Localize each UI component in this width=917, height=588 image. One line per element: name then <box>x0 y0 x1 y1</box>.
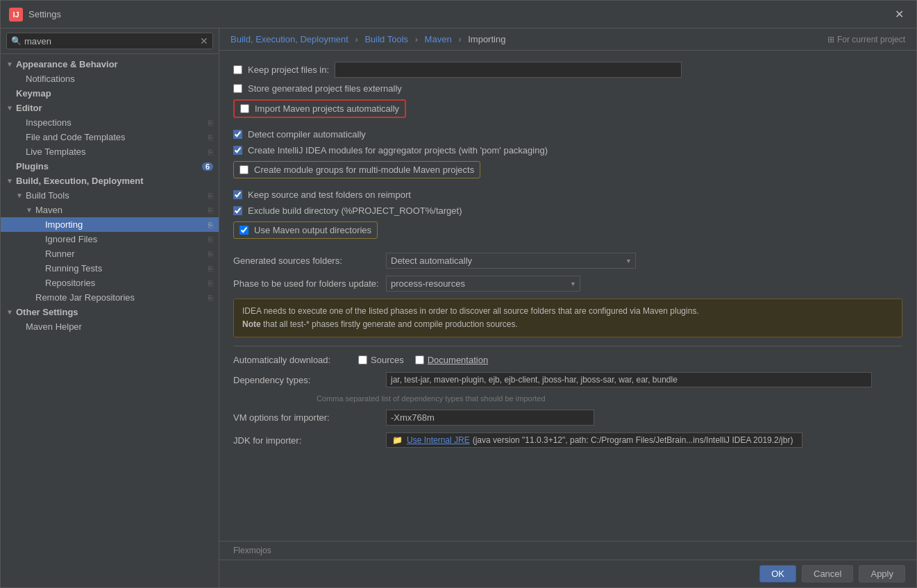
sidebar-item-maven[interactable]: ▼ Maven ⎘ <box>1 203 219 217</box>
breadcrumb-link-tools[interactable]: Build Tools <box>364 34 408 44</box>
copy-icon: ⎘ <box>208 235 213 244</box>
create-module-groups-container: Create module groups for multi-module Ma… <box>233 161 902 184</box>
arrow-icon: ▼ <box>6 104 16 112</box>
copy-icon: ⎘ <box>208 264 213 273</box>
for-current-project: ⊞ For current project <box>827 35 905 44</box>
flexmojos-bar: Flexmojos <box>219 541 916 560</box>
sidebar-item-inspections[interactable]: Inspections ⎘ <box>1 115 219 130</box>
vm-options-input[interactable] <box>386 410 594 426</box>
sidebar-item-label: Build, Execution, Deployment <box>16 176 213 186</box>
sidebar-item-other-settings[interactable]: ▼ Other Settings <box>1 305 219 319</box>
dependency-types-label: Dependency types: <box>233 375 386 385</box>
sidebar-item-remote-jar[interactable]: Remote Jar Repositories ⎘ <box>1 290 219 305</box>
sidebar-item-importing[interactable]: Importing ⎘ <box>1 217 219 232</box>
exclude-build-dir-row: Exclude build directory (%PROJECT_ROOT%/… <box>233 205 902 216</box>
breadcrumb-link-build[interactable]: Build, Execution, Deployment <box>230 34 348 44</box>
sidebar-item-label: Build Tools <box>26 190 205 201</box>
sidebar-item-maven-helper[interactable]: Maven Helper <box>1 319 219 334</box>
copy-icon: ⎘ <box>208 279 213 287</box>
copy-icon: ⎘ <box>208 221 213 229</box>
breadcrumb-text: Build, Execution, Deployment › Build Too… <box>230 34 505 44</box>
import-maven-auto-label: Import Maven projects automatically <box>255 103 399 114</box>
auto-download-row: Automatically download: Sources Document… <box>233 355 902 365</box>
sidebar-item-live-templates[interactable]: Live Templates ⎘ <box>1 144 219 159</box>
detect-compiler-row: Detect compiler automatically <box>233 129 902 140</box>
sidebar-item-build-exec[interactable]: ▼ Build, Execution, Deployment <box>1 174 219 188</box>
sidebar-item-notifications[interactable]: Notifications <box>1 72 219 86</box>
keep-source-folders-checkbox[interactable] <box>233 190 242 199</box>
sources-label: Sources <box>371 355 404 365</box>
jdk-value-display[interactable]: 📁 Use Internal JRE (java version "11.0.3… <box>386 432 802 448</box>
section-divider <box>233 346 902 346</box>
copy-icon: ⎘ <box>208 148 213 156</box>
generated-sources-label: Generated sources folders: <box>233 255 386 266</box>
sidebar-item-label: Keymap <box>16 88 213 99</box>
keep-project-files-checkbox[interactable] <box>233 65 242 74</box>
create-module-groups-checkbox[interactable] <box>239 165 249 174</box>
sidebar-item-appearance[interactable]: ▼ Appearance & Behavior <box>1 57 219 72</box>
sidebar-item-plugins[interactable]: Plugins 6 <box>1 159 219 174</box>
phase-select[interactable]: process-resources generate-sources initi… <box>386 276 580 292</box>
project-icon: ⊞ <box>827 35 834 44</box>
search-input[interactable] <box>24 36 200 47</box>
use-maven-output-label: Use Maven output directories <box>254 225 371 235</box>
sidebar-item-label: Running Tests <box>45 263 205 274</box>
info-text: IDEA needs to execute one of the listed … <box>242 306 699 316</box>
dependency-types-input[interactable] <box>386 372 872 387</box>
bottom-bar: OK Cancel Apply <box>219 560 916 587</box>
dependency-types-row: Dependency types: <box>233 372 902 387</box>
exclude-build-dir-checkbox[interactable] <box>233 206 242 215</box>
apply-button[interactable]: Apply <box>859 565 905 582</box>
sidebar-item-label: Other Settings <box>16 307 213 317</box>
create-intellij-modules-row: Create IntelliJ IDEA modules for aggrega… <box>233 145 902 156</box>
sidebar-item-file-templates[interactable]: File and Code Templates ⎘ <box>1 130 219 144</box>
sidebar-item-label: Appearance & Behavior <box>16 59 213 69</box>
detect-compiler-label: Detect compiler automatically <box>248 129 366 140</box>
sidebar-item-ignored-files[interactable]: Ignored Files ⎘ <box>1 232 219 246</box>
sidebar-item-label: Live Templates <box>26 146 205 157</box>
ok-button[interactable]: OK <box>759 565 796 582</box>
main-content: 🔍 ✕ ▼ Appearance & Behavior Notification… <box>1 28 916 587</box>
breadcrumb-link-maven[interactable]: Maven <box>425 34 452 44</box>
sidebar-item-build-tools[interactable]: ▼ Build Tools ⎘ <box>1 188 219 203</box>
import-maven-auto-container: Import Maven projects automatically <box>233 99 902 124</box>
search-wrapper: 🔍 ✕ <box>6 33 213 49</box>
sidebar-item-label: Remote Jar Repositories <box>35 292 205 303</box>
copy-icon: ⎘ <box>208 294 213 302</box>
sidebar-item-editor[interactable]: ▼ Editor <box>1 101 219 115</box>
store-generated-label: Store generated project files externally <box>248 83 402 94</box>
import-maven-auto-checkbox[interactable] <box>240 104 249 113</box>
generated-sources-select[interactable]: Detect automatically target/generated-so… <box>386 253 636 269</box>
store-generated-checkbox[interactable] <box>233 84 242 93</box>
sources-checkbox-wrapper: Sources <box>358 355 404 365</box>
cancel-button[interactable]: Cancel <box>802 565 853 582</box>
sidebar-item-running-tests[interactable]: Running Tests ⎘ <box>1 261 219 276</box>
search-icon: 🔍 <box>11 36 22 46</box>
jdk-path: (java version "11.0.3+12", path: C:/Prog… <box>473 435 793 445</box>
sidebar-item-repositories[interactable]: Repositories ⎘ <box>1 276 219 290</box>
sidebar-item-runner[interactable]: Runner ⎘ <box>1 246 219 261</box>
create-module-groups-label: Create module groups for multi-module Ma… <box>254 165 474 175</box>
keep-source-folders-label: Keep source and test folders on reimport <box>248 190 411 200</box>
flexmojos-label: Flexmojos <box>233 546 271 555</box>
for-project-label: For current project <box>837 35 905 44</box>
keep-project-files-input[interactable] <box>335 62 682 78</box>
documentation-checkbox[interactable] <box>415 355 424 364</box>
phase-label: Phase to be used for folders update: <box>233 278 386 289</box>
search-clear-button[interactable]: ✕ <box>200 35 208 47</box>
create-intellij-modules-checkbox[interactable] <box>233 146 242 155</box>
copy-icon: ⎘ <box>208 192 213 200</box>
close-button[interactable]: ✕ <box>891 6 908 22</box>
jdk-use-internal: Use Internal JRE <box>407 435 470 445</box>
sources-checkbox[interactable] <box>358 355 367 364</box>
info-note-bold: Note <box>242 319 261 329</box>
detect-compiler-checkbox[interactable] <box>233 130 242 139</box>
sidebar-item-label: Maven <box>35 205 205 215</box>
auto-download-label: Automatically download: <box>233 355 358 365</box>
use-maven-output-checkbox[interactable] <box>239 226 249 235</box>
info-box: IDEA needs to execute one of the listed … <box>233 299 902 337</box>
plugins-badge: 6 <box>202 162 213 171</box>
jdk-label: JDK for importer: <box>233 435 386 446</box>
breadcrumb-sep: › <box>415 34 421 44</box>
sidebar-item-keymap[interactable]: Keymap <box>1 86 219 101</box>
